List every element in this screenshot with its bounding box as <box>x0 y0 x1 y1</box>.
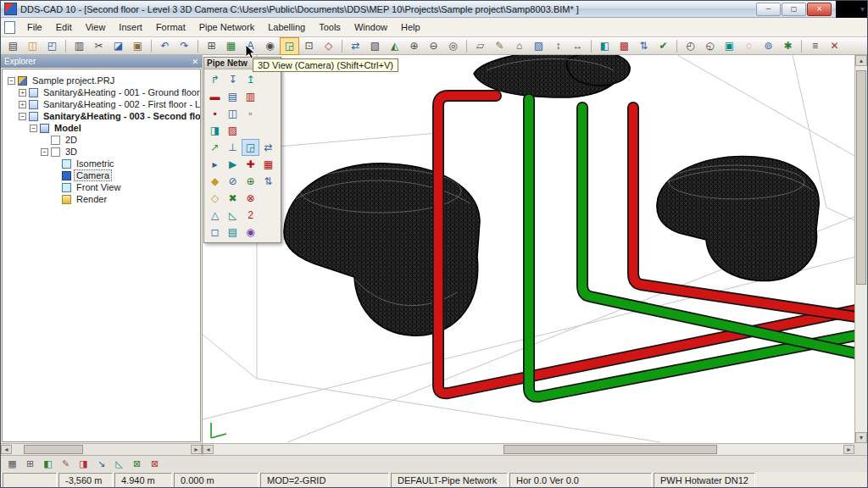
palette-button[interactable]: ↱ <box>206 71 224 88</box>
palette-button[interactable]: ▶ <box>224 156 242 173</box>
toolbar-button[interactable]: ⇄ <box>346 37 365 55</box>
palette-button[interactable]: ▬ <box>206 88 224 105</box>
toolbar-button[interactable]: ◫ <box>23 37 42 55</box>
palette-button[interactable]: ◻ <box>206 224 224 241</box>
menu-item[interactable]: File <box>20 19 49 35</box>
palette-button[interactable]: ⊕ <box>242 173 259 190</box>
bottom-toolbar-button[interactable]: ⊞ <box>21 456 39 472</box>
tree-expander[interactable]: − <box>8 77 15 85</box>
tree-item[interactable]: 2D <box>3 134 200 146</box>
3d-scene[interactable] <box>203 55 854 443</box>
palette-button[interactable]: ▤ <box>224 88 242 105</box>
toolbar-button[interactable]: ⌂ <box>509 37 529 55</box>
toolbar-button[interactable]: ✂ <box>89 37 108 55</box>
palette-button[interactable]: ▤ <box>224 224 242 241</box>
toolbar-button[interactable]: ▣ <box>720 37 739 55</box>
toolbar-button[interactable]: ◲ <box>280 37 299 55</box>
scroll-thumb[interactable] <box>504 445 718 454</box>
viewport-vscrollbar[interactable]: ▲ ▼ <box>854 55 867 443</box>
palette-button[interactable]: ◲ <box>242 139 259 156</box>
palette-button[interactable]: ◇ <box>206 190 224 207</box>
tree-item[interactable]: −3D <box>3 146 200 158</box>
palette-button[interactable]: ⇅ <box>259 173 277 190</box>
tree-item[interactable]: Render <box>3 193 200 205</box>
palette-button[interactable]: ◫ <box>224 105 242 122</box>
window-control-button[interactable]: ✕ <box>807 3 832 16</box>
bottom-toolbar-button[interactable]: ⊠ <box>146 456 164 472</box>
toolbar-button[interactable]: ◭ <box>385 37 404 55</box>
explorer-hscrollbar[interactable]: ◄ ► <box>1 443 202 455</box>
scroll-right-icon[interactable]: ► <box>191 445 202 454</box>
palette-button[interactable]: ↧ <box>224 71 242 88</box>
toolbar-button[interactable]: ▣ <box>128 37 147 55</box>
toolbar-button[interactable]: ⊞ <box>202 37 221 55</box>
palette-button[interactable]: ▸ <box>206 156 224 173</box>
toolbar-button[interactable]: ▨ <box>529 37 548 55</box>
tree-expander[interactable]: + <box>19 89 26 97</box>
toolbar-button[interactable]: ◰ <box>42 37 62 55</box>
toolbar-button[interactable]: ◌ <box>739 37 759 55</box>
viewport-hscrollbar[interactable]: ◄ ► <box>203 443 854 455</box>
toolbar-button[interactable]: ◇ <box>319 37 338 55</box>
toolbar-button[interactable]: ▩ <box>615 37 634 55</box>
scroll-track[interactable] <box>855 66 867 432</box>
window-control-button[interactable]: ▢ <box>782 3 806 16</box>
toolbar-button[interactable]: ◪ <box>108 37 128 55</box>
menu-item[interactable]: Edit <box>49 19 79 35</box>
toolbar-button[interactable]: ◧ <box>595 37 615 55</box>
scroll-track[interactable] <box>12 445 191 454</box>
scroll-track[interactable] <box>214 445 843 454</box>
palette-button[interactable]: 2 <box>242 207 259 224</box>
toolbar-overflow-icon[interactable]: ▾ <box>860 4 865 14</box>
toolbar-button[interactable]: ▥ <box>70 37 89 55</box>
bottom-toolbar-button[interactable]: ◧ <box>39 456 57 472</box>
toolbar-button[interactable]: ✎ <box>490 37 509 55</box>
tree-item[interactable]: Isometric <box>3 158 200 169</box>
scroll-thumb[interactable] <box>856 70 866 285</box>
toolbar-button[interactable]: ◵ <box>700 37 720 55</box>
palette-button[interactable]: ✚ <box>242 156 259 173</box>
toolbar-button[interactable]: ✕ <box>825 37 844 55</box>
menu-item[interactable]: Pipe Network <box>192 19 261 35</box>
tree-item[interactable]: Camera <box>3 169 200 181</box>
toolbar-button[interactable]: ▱ <box>470 37 490 55</box>
palette-button[interactable]: ◺ <box>224 207 242 224</box>
scroll-thumb[interactable] <box>24 445 83 454</box>
tree-expander[interactable]: − <box>19 113 26 120</box>
palette-button[interactable]: ▪ <box>206 105 224 122</box>
tree-item[interactable]: −Sanitary&Heating - 003 - Second floor -… <box>3 110 200 122</box>
scroll-up-icon[interactable]: ▲ <box>855 55 867 66</box>
tree-item[interactable]: +Sanitary&Heating - 002 - First floor - … <box>3 98 200 110</box>
palette-button[interactable]: ⊗ <box>242 190 259 207</box>
toolbar-button[interactable]: ↶ <box>155 37 175 55</box>
toolbar-button[interactable]: ⇅ <box>634 37 654 55</box>
palette-button[interactable]: ◆ <box>206 173 224 190</box>
menu-item[interactable]: Help <box>394 19 427 35</box>
menu-item[interactable]: Tools <box>312 19 348 35</box>
toolbar-button[interactable]: ⊡ <box>299 37 319 55</box>
tree-item[interactable]: −Sample project.PRJ <box>3 75 200 86</box>
menu-item[interactable]: View <box>79 19 113 35</box>
palette-button[interactable]: △ <box>206 207 224 224</box>
toolbar-button[interactable]: ⊕ <box>404 37 424 55</box>
bottom-toolbar-button[interactable]: ◺ <box>110 456 128 472</box>
palette-button[interactable]: ✖ <box>224 190 242 207</box>
toolbar-button[interactable]: ↷ <box>175 37 194 55</box>
menu-item[interactable]: Format <box>149 19 192 35</box>
toolbar-button[interactable]: ◉ <box>260 37 280 55</box>
palette-button[interactable]: ⊘ <box>224 173 242 190</box>
toolbar-button[interactable]: ◎ <box>443 37 463 55</box>
toolbar-button[interactable]: ▧ <box>365 37 385 55</box>
toolbar-button[interactable]: ⊚ <box>759 37 778 55</box>
toolbar-button[interactable]: ↔ <box>568 37 587 55</box>
bottom-toolbar-button[interactable]: ↘ <box>92 456 110 472</box>
palette-button[interactable]: ▥ <box>242 88 259 105</box>
palette-button[interactable]: ◉ <box>242 224 259 241</box>
palette-button[interactable]: ▨ <box>224 122 242 139</box>
palette-button[interactable]: ◨ <box>206 122 224 139</box>
toolbar-button[interactable]: ◴ <box>681 37 700 55</box>
bottom-toolbar-button[interactable]: ▦ <box>3 456 21 472</box>
scroll-right-icon[interactable]: ► <box>843 445 854 454</box>
scroll-down-icon[interactable]: ▼ <box>855 432 867 443</box>
scroll-left-icon[interactable]: ◄ <box>203 445 214 454</box>
